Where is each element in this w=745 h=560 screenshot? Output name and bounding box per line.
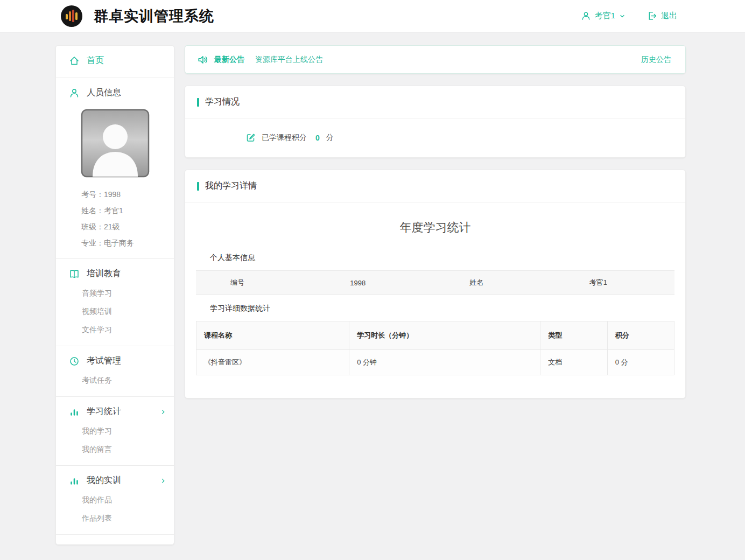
column-header-course: 课程名称	[196, 321, 349, 350]
profile-field-name: 姓名：考官1	[81, 202, 174, 219]
sidebar-subitem-video-training[interactable]: 视频培训	[56, 303, 174, 321]
cell-duration: 0 分钟	[349, 350, 540, 375]
score-row: 已学课程积分 0 分	[185, 118, 685, 157]
study-status-title: 学习情况	[205, 96, 240, 108]
sidebar-section-training-education: 培训教育 音频学习 视频培训 文件学习	[56, 259, 174, 346]
study-data-table: 课程名称 学习时长（分钟） 类型 积分 《抖音雷区》 0 分钟 文档 0 分	[196, 321, 674, 375]
content: 首页 人员信息	[0, 32, 745, 545]
topbar-right: 考官1 退出	[581, 11, 677, 21]
cell-course-name: 《抖音雷区》	[196, 350, 349, 375]
table-header-row: 课程名称 学习时长（分钟） 类型 积分	[196, 321, 674, 350]
sidebar-subitem-my-study[interactable]: 我的学习	[56, 422, 174, 440]
history-announcements-link[interactable]: 历史公告	[641, 55, 671, 65]
sidebar-item-label: 我的实训	[87, 475, 121, 486]
sidebar-subitem-file-learning[interactable]: 文件学习	[56, 321, 174, 339]
chevron-right-icon	[160, 478, 166, 484]
basic-info-id-label: 编号	[196, 278, 315, 288]
profile-field-major: 专业：电子商务	[81, 235, 174, 251]
column-header-type: 类型	[540, 321, 607, 350]
main: 最新公告 资源库平台上线公告 历史公告 学习情况 已学课程积分 0 分	[185, 45, 686, 398]
announcement-bar: 最新公告 资源库平台上线公告 历史公告	[185, 45, 686, 74]
sidebar-section-study-statistics: 学习统计 我的学习 我的留言	[56, 397, 174, 466]
score-label: 已学课程积分	[262, 133, 307, 143]
logout-icon	[647, 11, 657, 21]
score-unit: 分	[326, 133, 334, 143]
title-accent-bar	[197, 182, 199, 191]
sidebar-section-exam-management: 考试管理 考试任务	[56, 346, 174, 397]
sidebar-item-exam-management[interactable]: 考试管理	[56, 348, 174, 372]
cell-type: 文档	[540, 350, 607, 375]
app-title: 群卓实训管理系统	[94, 6, 214, 26]
sidebar-item-label: 考试管理	[87, 355, 121, 367]
speaker-icon	[197, 54, 209, 66]
app-logo-icon	[60, 5, 83, 27]
sidebar: 首页 人员信息	[55, 45, 174, 545]
home-icon	[69, 55, 80, 66]
user-name: 考官1	[595, 11, 615, 21]
sidebar-subitem-exam-task[interactable]: 考试任务	[56, 372, 174, 390]
sidebar-section-home: 首页	[56, 46, 174, 78]
basic-info-label: 个人基本信息	[210, 253, 674, 263]
sidebar-item-label: 人员信息	[87, 87, 121, 99]
stats-label: 学习详细数据统计	[210, 304, 674, 313]
study-detail-card: 我的学习详情 年度学习统计 个人基本信息 编号 1998 姓名 考官1 学习详细…	[185, 170, 686, 398]
basic-info-row: 编号 1998 姓名 考官1	[196, 270, 674, 295]
sidebar-item-personnel-info[interactable]: 人员信息	[56, 80, 174, 103]
sidebar-item-my-practice[interactable]: 我的实训	[56, 468, 174, 491]
sidebar-item-label: 首页	[87, 55, 104, 66]
user-menu[interactable]: 考官1	[581, 11, 625, 21]
page-footer: 版权所有 ©Copyright 2009 - 2020. 56sucai.com…	[0, 545, 745, 560]
study-detail-body: 年度学习统计 个人基本信息 编号 1998 姓名 考官1 学习详细数据统计 课程…	[185, 202, 685, 398]
cell-score: 0 分	[607, 350, 674, 375]
chevron-down-icon	[619, 13, 625, 19]
announcement-link[interactable]: 资源库平台上线公告	[255, 55, 323, 65]
study-detail-title: 我的学习详情	[205, 180, 257, 192]
column-header-score: 积分	[607, 321, 674, 350]
sidebar-subitem-works-list[interactable]: 作品列表	[56, 509, 174, 528]
table-row: 《抖音雷区》 0 分钟 文档 0 分	[196, 350, 674, 375]
sidebar-item-home[interactable]: 首页	[56, 48, 174, 71]
book-icon	[69, 269, 80, 279]
avatar	[56, 103, 174, 185]
sidebar-item-label: 学习统计	[87, 406, 121, 417]
profile-field-class: 班级：21级	[81, 219, 174, 235]
header: 群卓实训管理系统 考官1	[0, 0, 745, 32]
sidebar-subitem-my-messages[interactable]: 我的留言	[56, 440, 174, 459]
user-icon	[581, 11, 591, 21]
report-title: 年度学习统计	[196, 220, 674, 236]
profile-fields: 考号：1998 姓名：考官1 班级：21级 专业：电子商务	[56, 185, 174, 252]
sidebar-subitem-my-works[interactable]: 我的作品	[56, 491, 174, 509]
sidebar-item-study-statistics[interactable]: 学习统计	[56, 399, 174, 422]
logout-button[interactable]: 退出	[647, 11, 677, 21]
sidebar-subitem-audio-learning[interactable]: 音频学习	[56, 284, 174, 303]
sidebar-section-my-practice: 我的实训 我的作品 作品列表	[56, 466, 174, 535]
basic-info-id-value: 1998	[315, 279, 435, 287]
brand: 群卓实训管理系统	[60, 5, 214, 27]
sidebar-item-training-education[interactable]: 培训教育	[56, 261, 174, 284]
sidebar-item-label: 培训教育	[87, 268, 121, 279]
score-value: 0	[315, 134, 320, 142]
basic-info-name-label: 姓名	[435, 278, 555, 288]
person-icon	[69, 88, 80, 99]
announcement-label: 最新公告	[214, 55, 244, 65]
study-status-card: 学习情况 已学课程积分 0 分	[185, 86, 686, 158]
title-accent-bar	[197, 98, 199, 107]
profile-field-exam-no: 考号：1998	[81, 186, 174, 202]
card-title: 我的学习详情	[185, 170, 685, 202]
sidebar-section-profile: 人员信息	[56, 78, 174, 259]
edit-icon	[245, 132, 256, 143]
card-title: 学习情况	[185, 86, 685, 118]
bar-chart-icon	[69, 407, 80, 417]
basic-info-name-value: 考官1	[555, 278, 674, 288]
column-header-duration: 学习时长（分钟）	[349, 321, 540, 350]
logout-label: 退出	[661, 11, 677, 21]
chevron-right-icon	[160, 409, 166, 415]
bar-chart-icon	[69, 475, 80, 486]
clock-icon	[69, 356, 80, 367]
